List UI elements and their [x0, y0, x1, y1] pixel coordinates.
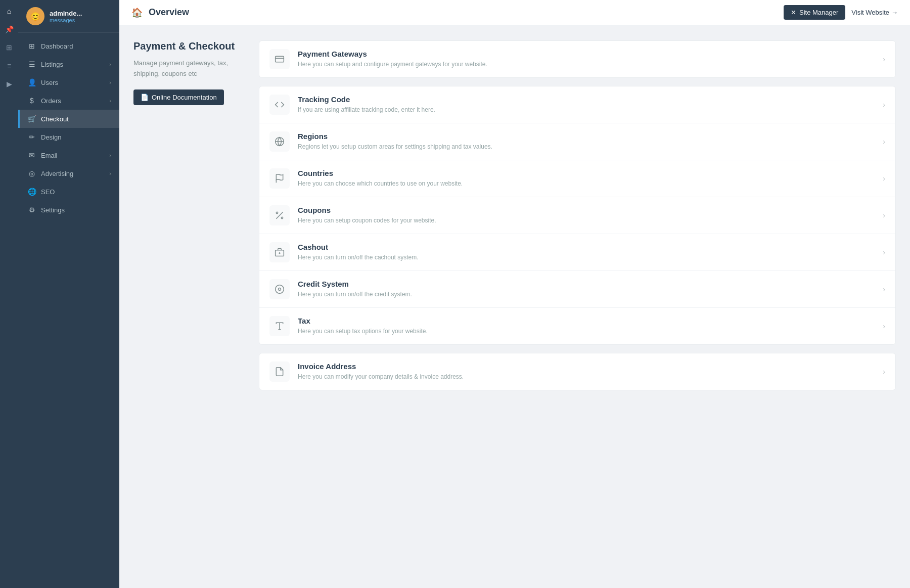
main-area: 🏠 Overview ✕ Site Manager Visit Website … [119, 0, 910, 588]
card-item-icon-countries [269, 168, 290, 189]
card-item-arrow-regions: › [883, 138, 885, 146]
card-item-title-countries: Countries [298, 169, 875, 177]
card-item-title-coupons: Coupons [298, 206, 875, 214]
icon-rail: ⌂ 📌 ⊞ ≡ ▶ [0, 0, 18, 588]
rail-icon-play[interactable]: ▶ [2, 77, 16, 91]
nav-label-dashboard: Dashboard [41, 42, 73, 50]
nav-label-seo: SEO [41, 188, 55, 196]
card-payment-gateways-card: Payment Gateways Here you can setup and … [259, 40, 896, 78]
card-item-tracking-code[interactable]: Tracking Code If you are using affiliate… [259, 86, 895, 123]
card-item-desc-coupons: Here you can setup coupon codes for your… [298, 216, 875, 225]
sidebar: 😊 adminde... messages ⊞ Dashboard ☰ List… [18, 0, 119, 588]
sidebar-item-dashboard[interactable]: ⊞ Dashboard [18, 37, 119, 55]
sidebar-item-design[interactable]: ✏ Design [18, 128, 119, 146]
card-item-arrow-invoice-address: › [883, 368, 885, 376]
card-item-title-cashout: Cashout [298, 243, 875, 251]
card-item-text-payment-gateways: Payment Gateways Here you can setup and … [298, 50, 875, 69]
nav-label-advertising: Advertising [41, 170, 73, 177]
avatar: 😊 [26, 7, 44, 25]
card-item-icon-credit-system [269, 279, 290, 299]
sidebar-nav: ⊞ Dashboard ☰ Listings › 👤 Users › $ Ord… [18, 33, 119, 588]
card-item-desc-invoice-address: Here you can modify your company details… [298, 373, 875, 381]
docs-icon: 📄 [141, 94, 149, 101]
svg-point-11 [276, 285, 284, 294]
nav-label-users: Users [41, 79, 58, 86]
nav-arrow-advertising: › [109, 170, 111, 176]
card-item-icon-invoice-address [269, 361, 290, 382]
card-item-desc-credit-system: Here you can turn on/off the credit syst… [298, 290, 875, 299]
site-manager-label: Site Manager [799, 9, 838, 16]
card-item-text-tracking-code: Tracking Code If you are using affiliate… [298, 95, 875, 114]
card-item-cashout[interactable]: Cashout Here you can turn on/off the cac… [259, 234, 895, 271]
card-item-desc-tracking-code: If you are using affiliate tracking code… [298, 106, 875, 114]
card-item-arrow-cashout: › [883, 248, 885, 256]
nav-label-orders: Orders [41, 97, 61, 105]
nav-icon-email: ✉ [28, 151, 36, 159]
card-item-icon-tracking-code [269, 95, 290, 115]
card-item-title-invoice-address: Invoice Address [298, 362, 875, 371]
nav-icon-checkout: 🛒 [28, 115, 36, 123]
nav-icon-orders: $ [28, 97, 36, 105]
section-desc: Manage payment gateways, tax, shipping, … [133, 58, 245, 79]
nav-arrow-email: › [109, 152, 111, 158]
left-panel: Payment & Checkout Manage payment gatewa… [133, 40, 245, 573]
card-item-icon-regions [269, 131, 290, 152]
nav-icon-settings: ⚙ [28, 206, 36, 214]
card-item-desc-payment-gateways: Here you can setup and configure payment… [298, 60, 875, 69]
card-item-icon-tax [269, 316, 290, 336]
docs-button[interactable]: 📄 Online Documentation [133, 89, 224, 105]
svg-line-7 [276, 212, 283, 218]
card-item-arrow-countries: › [883, 174, 885, 183]
visit-website-button[interactable]: Visit Website → [851, 9, 898, 16]
card-item-regions[interactable]: Regions Regions let you setup custom are… [259, 123, 895, 160]
username: adminde... [50, 10, 82, 17]
card-item-title-credit-system: Credit System [298, 280, 875, 288]
card-item-arrow-credit-system: › [883, 285, 885, 293]
card-item-countries[interactable]: Countries Here you can choose which coun… [259, 160, 895, 197]
card-item-arrow-tracking-code: › [883, 101, 885, 109]
nav-icon-dashboard: ⊞ [28, 42, 36, 50]
site-manager-x-icon: ✕ [791, 9, 796, 16]
rail-icon-grid[interactable]: ⊞ [2, 40, 16, 55]
messages-badge[interactable]: messages [50, 17, 82, 23]
card-item-text-cashout: Cashout Here you can turn on/off the cac… [298, 243, 875, 262]
rail-icon-list[interactable]: ≡ [2, 59, 16, 73]
sidebar-item-settings[interactable]: ⚙ Settings [18, 201, 119, 219]
svg-rect-0 [276, 56, 284, 62]
topbar-home-icon: 🏠 [131, 7, 143, 18]
nav-icon-seo: 🌐 [28, 188, 36, 196]
sidebar-item-checkout[interactable]: 🛒 Checkout [18, 110, 119, 128]
user-info: adminde... messages [50, 10, 82, 23]
visit-website-label: Visit Website [851, 9, 889, 16]
card-item-coupons[interactable]: Coupons Here you can setup coupon codes … [259, 197, 895, 234]
card-item-text-coupons: Coupons Here you can setup coupon codes … [298, 206, 875, 225]
card-item-credit-system[interactable]: Credit System Here you can turn on/off t… [259, 271, 895, 308]
nav-arrow-orders: › [109, 98, 111, 104]
card-item-title-tax: Tax [298, 316, 875, 325]
sidebar-item-email[interactable]: ✉ Email › [18, 146, 119, 164]
card-item-text-tax: Tax Here you can setup tax options for y… [298, 316, 875, 336]
card-item-tax[interactable]: Tax Here you can setup tax options for y… [259, 308, 895, 344]
sidebar-item-seo[interactable]: 🌐 SEO [18, 183, 119, 201]
nav-arrow-users: › [109, 79, 111, 85]
nav-arrow-listings: › [109, 61, 111, 67]
sidebar-item-advertising[interactable]: ◎ Advertising › [18, 164, 119, 183]
card-item-arrow-tax: › [883, 322, 885, 330]
nav-label-email: Email [41, 152, 58, 159]
card-item-icon-coupons [269, 205, 290, 225]
card-item-payment-gateways[interactable]: Payment Gateways Here you can setup and … [259, 41, 895, 77]
sidebar-item-users[interactable]: 👤 Users › [18, 73, 119, 92]
site-manager-button[interactable]: ✕ Site Manager [784, 5, 845, 20]
sidebar-item-listings[interactable]: ☰ Listings › [18, 55, 119, 73]
card-item-desc-cashout: Here you can turn on/off the cachout sys… [298, 253, 875, 262]
rail-icon-pin[interactable]: 📌 [2, 22, 16, 36]
card-item-arrow-payment-gateways: › [883, 55, 885, 63]
rail-icon-home[interactable]: ⌂ [2, 4, 16, 18]
nav-icon-advertising: ◎ [28, 169, 36, 177]
section-title: Payment & Checkout [133, 40, 245, 52]
card-item-title-tracking-code: Tracking Code [298, 95, 875, 104]
sidebar-item-orders[interactable]: $ Orders › [18, 92, 119, 110]
card-item-desc-regions: Regions let you setup custom areas for s… [298, 143, 875, 151]
cards-panel: Payment Gateways Here you can setup and … [259, 40, 896, 573]
card-item-invoice-address[interactable]: Invoice Address Here you can modify your… [259, 353, 895, 390]
